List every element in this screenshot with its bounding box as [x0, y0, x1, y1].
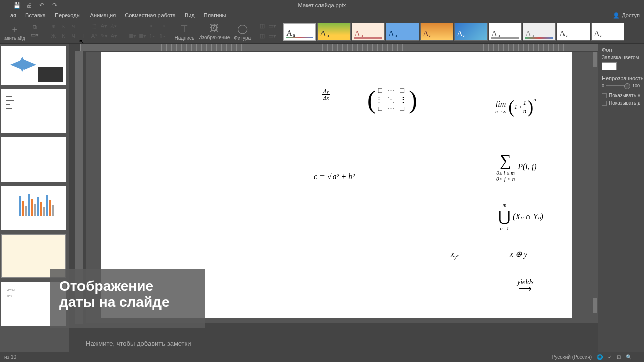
layout-icon[interactable]: ▭▾ — [31, 32, 39, 40]
vertical-scrollbar[interactable] — [592, 52, 598, 323]
slide-counter: из 10 — [4, 354, 16, 360]
redo-icon[interactable] — [52, 2, 59, 9]
status-bar: из 10 Русский (Россия) 🌐 ✓ ⊡ 🔍 − — [0, 352, 644, 362]
theme-8[interactable]: Aa — [523, 23, 556, 41]
spell-icon[interactable]: ✓ — [608, 354, 612, 360]
textbox-button[interactable]: ⊤ Надпись — [174, 23, 194, 41]
menu-insert[interactable]: Вставка — [25, 12, 46, 18]
textbox-icon: ⊤ — [180, 23, 188, 34]
copy-icon[interactable]: ⧉ — [31, 24, 39, 32]
titlebar: Макет слайда.pptx — [0, 0, 644, 10]
thumb-2[interactable]: ▬▬▬▬▬▬▬▬▬▬▬▬ — [1, 89, 66, 133]
theme-7[interactable]: Aa — [489, 23, 522, 41]
toolbar: ＋ авить айд ⧉ ▭▾ жкчт⬚A▾𝐴▾ ЖКЧТAᵃ✎▾A▾ ≡≡… — [0, 20, 644, 44]
notes-area[interactable]: Нажмите, чтобы добавить заметки — [86, 337, 594, 352]
image-icon: 🖼 — [210, 23, 219, 34]
menu-plugins[interactable]: Плагины — [204, 12, 226, 18]
menu-collab[interactable]: Совместная работа — [125, 12, 176, 18]
color-swatch[interactable] — [602, 62, 617, 70]
theme-10[interactable]: Aa — [591, 23, 624, 41]
menu-animation[interactable]: Анимация — [90, 12, 116, 18]
zoom-icon[interactable]: 🔍 — [626, 354, 632, 360]
plus-icon: ＋ — [10, 23, 19, 35]
undo-icon[interactable] — [39, 2, 46, 9]
share-button[interactable]: Доступ — [613, 12, 640, 19]
globe-icon[interactable]: 🌐 — [597, 354, 603, 360]
bg-label: Фон — [602, 47, 640, 53]
theme-4[interactable]: Aa — [386, 23, 419, 41]
ruler-horizontal — [80, 44, 637, 51]
fill-type[interactable]: Заливка цветом — [602, 55, 640, 60]
opacity-slider[interactable]: 0 100 — [602, 83, 640, 88]
theme-1[interactable]: Aa — [283, 23, 316, 41]
theme-gallery: Aa Aa Aa Aa Aa Aa Aa Aa Aa Aa — [283, 23, 624, 41]
theme-9[interactable]: Aa — [557, 23, 590, 41]
right-panel: Фон Заливка цветом Непрозрачность 0 100 … — [598, 44, 644, 352]
menu-view[interactable]: Вид — [185, 12, 195, 18]
show-number-check[interactable]: Показывать номер — [602, 93, 640, 98]
menubar: ая Вставка Переходы Анимация Совместная … — [0, 10, 644, 20]
theme-3[interactable]: Aa — [352, 23, 385, 41]
thumb-4[interactable] — [1, 186, 66, 230]
theme-6[interactable]: Aa — [454, 23, 488, 41]
menu-home[interactable]: ая — [10, 12, 16, 18]
thumb-1[interactable] — [1, 46, 66, 85]
save-icon[interactable] — [13, 2, 20, 9]
shape-button[interactable]: ◯ Фигура — [234, 23, 251, 41]
thumb-3[interactable] — [1, 137, 66, 182]
cursor-icon: ↖ — [79, 38, 84, 45]
person-icon — [613, 12, 620, 19]
show-date-check[interactable]: Показывать дату и — [602, 100, 640, 106]
document-title: Макет слайда.pptx — [298, 2, 346, 8]
caption-overlay: Отображение даты на слайде — [50, 269, 205, 328]
print-icon[interactable] — [26, 2, 33, 9]
minus-icon[interactable]: − — [637, 354, 640, 360]
theme-5[interactable]: Aa — [420, 23, 453, 41]
image-button[interactable]: 🖼 Изображение — [198, 23, 230, 40]
add-slide-button[interactable]: ＋ авить айд — [4, 23, 25, 41]
shape-icon: ◯ — [237, 23, 248, 34]
menu-transitions[interactable]: Переходы — [55, 12, 81, 18]
fit-icon[interactable]: ⊡ — [617, 354, 621, 360]
opacity-label: Непрозрачность — [602, 75, 640, 81]
theme-2[interactable]: Aa — [317, 23, 351, 41]
language-status[interactable]: Русский (Россия) — [552, 354, 592, 360]
